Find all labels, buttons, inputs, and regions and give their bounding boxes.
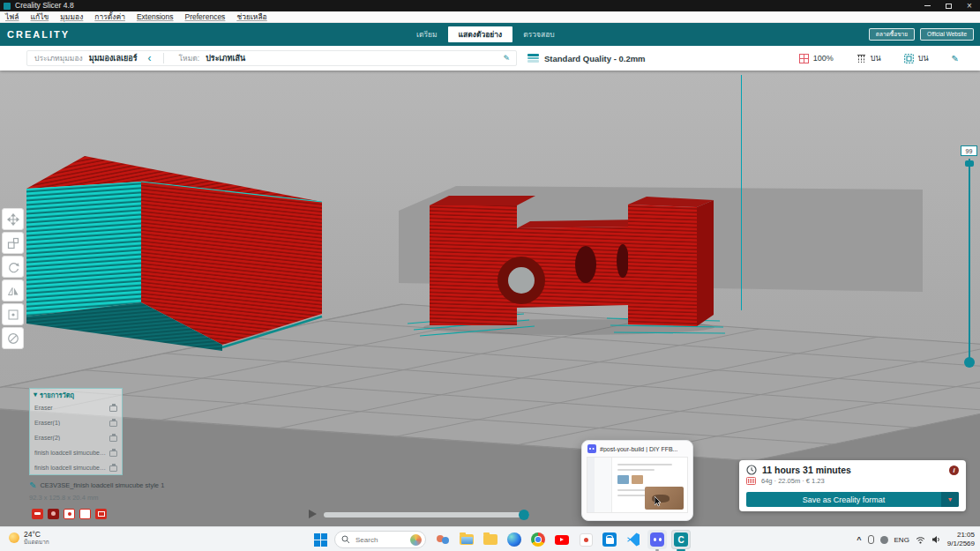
tray-overflow-chevron[interactable]: ^ [857,535,861,544]
per-model-settings-button[interactable] [2,303,24,325]
menu-view[interactable]: มุมมอง [60,11,83,23]
tab-preview[interactable]: แสดงตัวอย่าง [448,26,513,42]
creality-logo: CREALITY [7,29,70,40]
taskbar-people-icon[interactable] [433,530,453,549]
layer-slider-top-handle[interactable] [965,160,974,167]
wifi-icon[interactable] [916,536,925,544]
view-type-selector[interactable]: ประเภทมุมมอง มุมมองเลเยอร์ ‹ โหมด: ประเภ… [26,50,517,66]
taskbar-icons: C [314,530,691,549]
list-item[interactable]: Eraser(2) [30,430,122,445]
taskbar-preview-popup[interactable]: #post-your-build | DIY FFB... [581,440,693,521]
close-button[interactable]: × [959,0,980,11]
menu-settings[interactable]: การตั้งค่า [94,11,125,23]
play-button[interactable] [309,510,317,518]
tray-app-icon[interactable] [880,536,888,544]
scale-tool-button[interactable] [2,232,24,254]
layer-slider-bottom-handle[interactable] [964,357,975,368]
list-item[interactable]: finish loadcell simucube styl... [30,445,122,460]
taskbar-discord[interactable] [647,530,667,549]
maximize-button[interactable] [938,0,959,11]
menu-edit[interactable]: แก้ไข [31,11,49,23]
mouse-tray-icon[interactable] [868,535,874,544]
taskbar-youtube[interactable] [552,530,572,549]
list-item[interactable]: Eraser [30,400,122,415]
menu-file[interactable]: ไฟล์ [5,11,19,23]
printer-toggle-icon[interactable] [109,421,117,427]
divider [163,53,164,63]
cursor-icon [655,495,662,510]
start-button[interactable] [314,533,327,547]
language-indicator[interactable]: ENG [894,536,909,544]
sun-icon [9,532,19,543]
taskbar-edge[interactable] [505,530,524,549]
edit-scheme-pencil-icon[interactable]: ✎ [503,54,510,63]
taskbar-file-explorer[interactable] [457,530,476,549]
preview-photo [645,487,684,510]
minimize-button[interactable] [916,0,938,11]
search-input[interactable] [354,535,400,545]
print-profile-selector[interactable]: Standard Quality - 0.2mm [527,50,646,66]
view-type-label: ประเภทมุมมอง [34,52,83,64]
taskbar-app[interactable] [576,530,595,549]
object-flag-icon[interactable] [32,509,43,519]
taskbar-clock[interactable]: 21:05 9/1/2569 [947,531,975,548]
collapse-caret-icon[interactable]: ▾ [34,391,37,398]
menu-preferences[interactable]: Preferences [185,12,226,21]
layer-number-input[interactable]: 99 [961,145,977,156]
taskbar-chrome[interactable] [528,530,548,549]
info-icon[interactable]: i [949,465,959,475]
color-scheme-label: โหมด: [178,52,199,64]
layers-icon [527,54,539,63]
object-list-header[interactable]: ▾ รายการวัตถุ [30,389,122,400]
tab-monitor[interactable]: ตรวจสอบ [512,26,565,42]
mirror-tool-button[interactable] [2,279,24,302]
official-website-button[interactable]: Official Website [920,28,974,41]
infill-value: 100% [813,54,834,63]
object-flag-icon[interactable] [64,509,75,519]
youtube-icon [555,535,569,545]
object-flag-icon[interactable] [48,509,59,519]
model-left[interactable] [26,156,322,351]
layer-slider-track[interactable] [969,159,970,363]
search-highlight-icon[interactable] [410,534,422,546]
save-dropdown-caret-icon[interactable]: ▼ [941,492,959,507]
save-button[interactable]: Save as Creality format ▼ [746,492,959,507]
printer-toggle-icon[interactable] [109,450,117,457]
scene-canvas[interactable] [0,71,980,526]
printer-toggle-icon[interactable] [109,436,117,442]
system-tray: ^ ENG 21:05 9/1/2569 [857,529,975,550]
header-buttons: ตลาดซื้อขาย Official Website [869,28,974,41]
rename-pencil-icon[interactable]: ✎ [29,480,36,490]
object-list-title: รายการวัตถุ [40,390,74,400]
taskbar-store[interactable] [600,530,619,549]
object-flag-icon[interactable] [95,509,107,519]
tab-prepare[interactable]: เตรียม [406,26,448,42]
volume-icon[interactable] [931,535,941,544]
taskbar-folder[interactable] [481,530,500,549]
edit-print-settings-pencil-icon[interactable]: ✎ [952,54,959,63]
taskbar-vscode[interactable] [624,530,643,549]
chevron-left-icon[interactable]: ‹ [147,52,151,64]
support-blocker-button[interactable] [2,327,24,349]
search-box[interactable] [334,531,426,548]
list-item[interactable]: finish loadcell simucube styl... [30,460,122,475]
adhesion-setting[interactable]: บน [904,52,929,64]
menu-help[interactable]: ช่วยเหลือ [236,11,266,23]
support-setting[interactable]: บน [857,52,881,64]
weather-widget[interactable]: 24°C มีแดดมาก [9,530,49,546]
list-item[interactable]: Eraser(1) [30,415,122,430]
simulation-timeline[interactable] [324,512,529,517]
preview-thumbnail[interactable] [587,457,688,513]
edge-icon [507,532,521,547]
move-tool-button[interactable] [2,208,24,230]
printer-toggle-icon[interactable] [109,406,117,412]
object-flag-icon[interactable] [79,509,91,519]
marketplace-button[interactable]: ตลาดซื้อขาย [869,28,915,41]
viewport-3d[interactable] [0,71,980,526]
menu-extensions[interactable]: Extensions [137,12,174,21]
printer-toggle-icon[interactable] [109,465,117,472]
timeline-handle[interactable] [519,510,529,520]
infill-setting[interactable]: 100% [799,54,834,63]
taskbar-creality-slicer[interactable]: C [671,530,691,549]
rotate-tool-button[interactable] [2,256,24,278]
